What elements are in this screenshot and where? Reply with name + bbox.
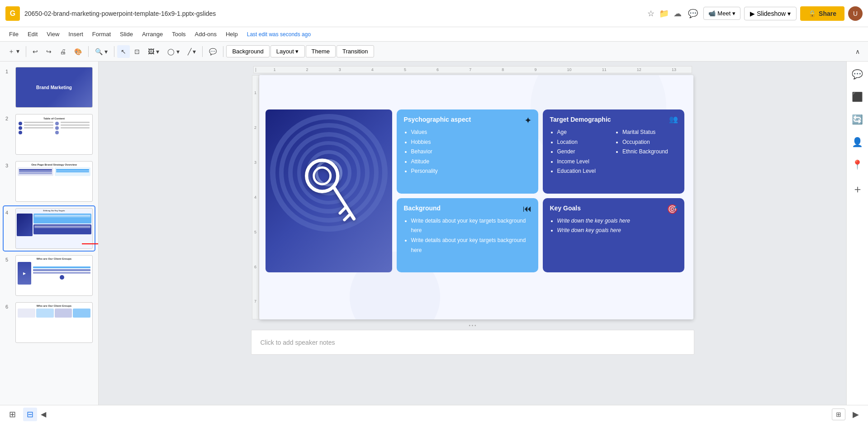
right-refresh-button[interactable]: 🔄 <box>849 111 866 128</box>
slide-num-3: 3 <box>5 161 12 168</box>
card-background: Background ⏮ Write details about your ke… <box>397 198 538 272</box>
menu-edit[interactable]: Edit <box>24 29 41 39</box>
image-button[interactable]: 🖼 ▾ <box>144 45 163 58</box>
card-2-col2-item-3: Ethnic Background <box>622 147 677 157</box>
notes-placeholder: Click to add speaker notes <box>261 339 335 346</box>
svg-point-1 <box>313 167 330 184</box>
menu-addons[interactable]: Add-ons <box>191 29 220 39</box>
redo-button[interactable]: ↪ <box>43 45 55 58</box>
slide-thumb-6[interactable]: 6 Who are Our Client Groups <box>4 300 95 345</box>
card-2-col1-item-5: Education Level <box>557 166 612 176</box>
transition-button[interactable]: Transition <box>337 45 374 57</box>
last-edit-label: Last edit was seconds ago <box>247 31 311 38</box>
slide-num-5: 5 <box>5 255 12 262</box>
menu-format[interactable]: Format <box>89 29 114 39</box>
share-button[interactable]: 🔒 Share <box>800 6 844 21</box>
add-slide-from-bottom[interactable]: ⊞ <box>832 409 845 420</box>
right-chat-button[interactable]: ⬛ <box>849 89 866 105</box>
comments-button[interactable]: 💬 <box>686 7 700 20</box>
slide-thumb-4[interactable]: 4 Defining Our Key Targets <box>4 206 95 251</box>
list-view-button[interactable]: ⊟ <box>23 408 37 421</box>
background-button[interactable]: Background <box>226 45 269 57</box>
separator-5 <box>223 46 223 57</box>
card-2-col-1: Age Location Gender Income Level Educati… <box>550 128 612 176</box>
card-1-item-5: Personality <box>411 166 531 176</box>
bottom-right: ⊞ ▶ <box>832 408 863 421</box>
card-1-item-3: Behavior <box>411 147 531 157</box>
select-button[interactable]: ↖ <box>117 45 130 58</box>
shapes-button[interactable]: ◯ ▾ <box>164 45 183 58</box>
card-4-item-1: Write down the key goals here <box>557 216 677 226</box>
card-demographic: Target Demographic 👥 Age Location Gender… <box>543 109 684 194</box>
comment-button[interactable]: 💬 <box>205 45 220 58</box>
right-comments-button[interactable]: 💬 <box>849 66 866 82</box>
notes-area[interactable]: Click to add speaker notes <box>251 330 694 355</box>
ruler-horizontal: | 12345678910111213 <box>253 66 692 73</box>
sidebar-toggle-button[interactable]: ◀ <box>41 410 46 418</box>
menu-slide[interactable]: Slide <box>116 29 137 39</box>
svg-line-4 <box>344 214 350 220</box>
menu-arrange[interactable]: Arrange <box>138 29 166 39</box>
zoom-button[interactable]: 🔍 ▾ <box>91 45 111 58</box>
add-button[interactable]: ＋ ▾ <box>5 45 23 58</box>
collapse-toolbar-button[interactable]: ∧ <box>852 45 863 58</box>
undo-button[interactable]: ↩ <box>29 45 42 58</box>
main-slide[interactable]: Defining Our Key Targets <box>259 75 693 319</box>
card-3-item-2: Write details about your key targets bac… <box>411 236 531 255</box>
card-2-title: Target Demographic <box>550 116 677 123</box>
slide-resize-handle: • • • <box>469 323 476 328</box>
meet-icon: 📹 <box>708 10 716 17</box>
slideshow-label: Slideshow <box>757 10 786 17</box>
theme-button[interactable]: Theme <box>306 45 336 57</box>
card-2-col1-item-2: Location <box>557 138 612 147</box>
layout-button[interactable]: Layout ▾ <box>270 45 305 57</box>
grid-view-button[interactable]: ⊞ <box>5 408 19 421</box>
print-button[interactable]: 🖨 <box>56 45 70 58</box>
menu-tools[interactable]: Tools <box>168 29 189 39</box>
key-svg <box>299 155 358 227</box>
slide-preview-1: Brand Marketing <box>15 67 93 108</box>
right-panel: 💬 ⬛ 🔄 👤 📍 ＋ <box>846 62 868 405</box>
slide-5-mini-title: Who are Our Client Groups <box>18 257 90 260</box>
paint-format-button[interactable]: 🎨 <box>71 45 85 58</box>
textbox-button[interactable]: ⊡ <box>131 45 143 58</box>
arrow-indicator <box>82 242 99 246</box>
menu-insert[interactable]: Insert <box>65 29 87 39</box>
star-icon[interactable]: ☆ <box>647 9 655 19</box>
title-bar: G 20650-02-brand-marketing-powerpoint-te… <box>0 0 868 27</box>
card-2-list-2: Marital Status Occupation Ethnic Backgro… <box>615 128 677 157</box>
canvas-area: | 12345678910111213 1234567 Defini <box>99 62 846 405</box>
slideshow-button[interactable]: ▶ Slideshow ▾ <box>744 7 797 20</box>
slide-num-4: 4 <box>5 208 12 215</box>
slideshow-chevron: ▾ <box>787 10 791 17</box>
right-add-button[interactable]: ＋ <box>849 179 866 199</box>
menu-file[interactable]: File <box>5 29 22 39</box>
line-button[interactable]: ╱ ▾ <box>184 45 200 58</box>
slide-thumb-1[interactable]: 1 Brand Marketing <box>4 65 95 109</box>
cloud-icon[interactable]: ☁ <box>674 9 682 19</box>
card-1-title: Psychographic aspect <box>404 116 531 123</box>
card-goals: Key Goals 🎯 Write down the key goals her… <box>543 198 684 272</box>
meet-chevron: ▾ <box>732 10 735 17</box>
bottom-left: ⊞ ⊟ ◀ <box>5 408 46 421</box>
menu-help[interactable]: Help <box>222 29 242 39</box>
title-actions: 💬 📹 Meet ▾ ▶ Slideshow ▾ 🔒 Share U <box>686 6 863 21</box>
card-2-col-2: Marital Status Occupation Ethnic Backgro… <box>615 128 677 176</box>
separator-2 <box>88 46 89 57</box>
separator-1 <box>26 46 26 57</box>
card-4-title: Key Goals <box>550 204 677 212</box>
avatar[interactable]: U <box>848 6 863 21</box>
slide-thumb-3[interactable]: 3 One Page Brand Strategy Overview <box>4 159 95 204</box>
meet-button[interactable]: 📹 Meet ▾ <box>703 7 740 20</box>
menu-view[interactable]: View <box>43 29 63 39</box>
card-2-col1-item-4: Income Level <box>557 157 612 167</box>
folder-icon[interactable]: 📁 <box>659 9 669 19</box>
right-maps-button[interactable]: 📍 <box>849 157 866 173</box>
slide-thumb-2[interactable]: 2 Table of Content <box>4 112 95 157</box>
slide-num-6: 6 <box>5 302 12 309</box>
slide-thumb-5[interactable]: 5 Who are Our Client Groups ▶ <box>4 253 95 298</box>
card-1-list: Values Hobbies Behavior Attitude Persona… <box>404 128 531 176</box>
right-profile-button[interactable]: 👤 <box>849 134 866 150</box>
collapse-panel-button[interactable]: ▶ <box>849 408 863 421</box>
card-2-col2-item-1: Marital Status <box>622 128 677 138</box>
